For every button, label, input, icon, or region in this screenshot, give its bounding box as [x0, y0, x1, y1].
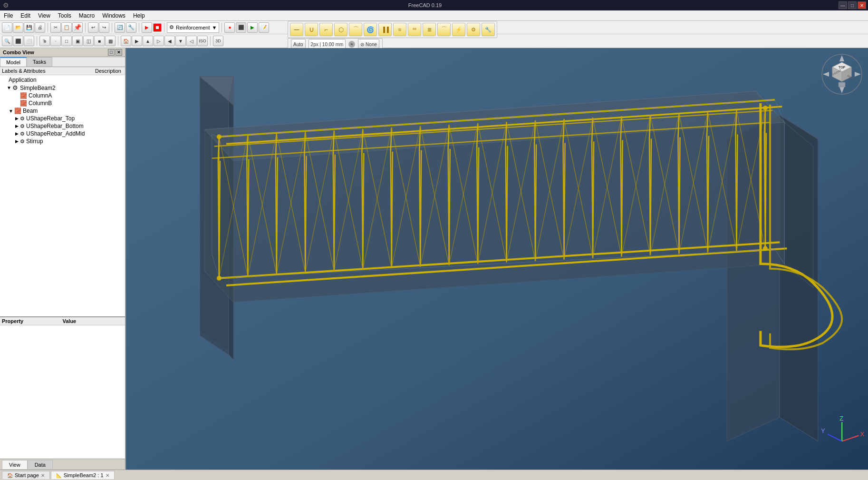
- maximize-button[interactable]: □: [848, 1, 857, 9]
- stereo-button[interactable]: 3D: [213, 36, 223, 46]
- sep9: [210, 36, 211, 46]
- combo-float-button[interactable]: □: [108, 49, 115, 56]
- print-button[interactable]: 🖨: [35, 22, 45, 33]
- straight-rebar-button[interactable]: —: [290, 23, 303, 36]
- drawstyle-flat-lines[interactable]: ▩: [105, 36, 116, 46]
- undo-button[interactable]: ↩: [88, 22, 98, 33]
- tree-ushaperebar-top[interactable]: ▶ ⚙ UShapeRebar_Top: [0, 115, 125, 122]
- combo-close-button[interactable]: ✕: [116, 49, 122, 56]
- zoom-button[interactable]: 🔍: [2, 36, 12, 46]
- property-col-header: Property: [2, 318, 63, 324]
- drawstyle-no-shading[interactable]: ◫: [83, 36, 94, 46]
- rebar-help-button[interactable]: 🔧: [482, 23, 495, 36]
- draw-style-tools: 🖱 · □ ▣ ◫ ■ ▩: [39, 36, 116, 46]
- settings-button[interactable]: 🔧: [126, 22, 136, 33]
- menu-edit[interactable]: Edit: [17, 11, 34, 20]
- stop-button[interactable]: ⏹: [153, 23, 162, 32]
- view-right[interactable]: ▷: [154, 36, 164, 46]
- macro-edit-button[interactable]: 📝: [259, 22, 269, 33]
- sep5: [164, 23, 164, 32]
- titlebar: ⚙ FreeCAD 0.19 — □ ✕: [0, 0, 868, 10]
- view-home[interactable]: 🏠: [121, 36, 131, 46]
- workbench-dropdown[interactable]: ⚙ Reinforcement ▼: [167, 22, 219, 33]
- macro-rec-button[interactable]: ●: [224, 22, 235, 33]
- tree-ushaperebar-addmid[interactable]: ▶ ⚙ UShapeRebar_AddMid: [0, 130, 125, 137]
- footing-rebar-button[interactable]: ≣: [423, 23, 436, 36]
- drawstyle-shaded[interactable]: ■: [94, 36, 105, 46]
- open-button[interactable]: 📂: [13, 22, 23, 33]
- svg-marker-70: [839, 55, 844, 61]
- save-button[interactable]: 💾: [24, 22, 34, 33]
- drawstyle-as-is[interactable]: 🖱: [39, 36, 50, 46]
- toggle-beam[interactable]: ▼: [8, 108, 14, 114]
- tab-simplebeam2[interactable]: 📐 SimpleBeam2 : 1 ✕: [51, 471, 115, 479]
- start-page-label: Start page: [15, 472, 39, 478]
- fit-sel-button[interactable]: ⬜: [24, 36, 34, 46]
- viewport[interactable]: X Z Y: [126, 48, 868, 470]
- refresh-button[interactable]: 🔄: [115, 22, 125, 33]
- drawstyle-wire[interactable]: □: [61, 36, 72, 46]
- menu-help[interactable]: Help: [129, 11, 149, 20]
- tree-columnA[interactable]: 🧱 ColumnA: [0, 92, 125, 99]
- tab-model[interactable]: Model: [0, 57, 27, 67]
- view-rear[interactable]: ◀: [164, 36, 175, 46]
- stirrup-button[interactable]: ⬡: [334, 23, 347, 36]
- dimensioning-button[interactable]: ⚙: [467, 23, 480, 36]
- rebar-drawing-button[interactable]: ⚡: [452, 23, 465, 36]
- view-left[interactable]: ◁: [186, 36, 197, 46]
- drawstyle-points[interactable]: ·: [50, 36, 61, 46]
- slab-rebar-button[interactable]: ⁸⁸: [408, 23, 421, 36]
- run-button[interactable]: ▶: [142, 22, 152, 33]
- drawstyle-hidden[interactable]: ▣: [72, 36, 83, 46]
- tab-start-page[interactable]: 🏠 Start page ✕: [2, 471, 50, 479]
- menu-tools[interactable]: Tools: [54, 11, 75, 20]
- toggle-urebar-addmid[interactable]: ▶: [13, 131, 20, 136]
- property-header: Property Value: [0, 317, 125, 325]
- tree-ushaperebar-bottom[interactable]: ▶ ⚙ UShapeRebar_Bottom: [0, 122, 125, 130]
- menu-view[interactable]: View: [34, 11, 54, 20]
- macro-stop-button[interactable]: ⬛: [236, 22, 246, 33]
- u-shape-rebar-button[interactable]: ∪: [305, 23, 318, 36]
- close-button[interactable]: ✕: [858, 1, 866, 9]
- minimize-button[interactable]: —: [839, 1, 847, 9]
- cut-button[interactable]: ✂: [50, 22, 61, 33]
- helical-rebar-button[interactable]: 🌀: [364, 23, 377, 36]
- redo-button[interactable]: ↪: [99, 22, 109, 33]
- new-button[interactable]: 📄: [2, 22, 12, 33]
- view-top[interactable]: ▲: [143, 36, 153, 46]
- menu-file[interactable]: File: [0, 11, 17, 20]
- beam-icon: 🧱: [14, 108, 21, 114]
- paste-button[interactable]: 📌: [72, 22, 83, 33]
- view-axo[interactable]: ISO: [197, 36, 208, 46]
- beam-rebar-button[interactable]: ≡: [393, 23, 406, 36]
- tree-beam[interactable]: ▼ 🧱 Beam: [0, 107, 125, 115]
- col-rebar-button[interactable]: ▐▐: [378, 23, 392, 36]
- tree-view: Application ▼ ⚙ SimpleBeam2 🧱 ColumnA 🧱: [0, 75, 125, 316]
- tab-view[interactable]: View: [2, 460, 28, 469]
- fit-all-button[interactable]: ⬛: [13, 36, 23, 46]
- labels-row: Labels & Attributes Description: [0, 67, 125, 75]
- copy-button[interactable]: 📋: [61, 22, 72, 33]
- toggle-urebar-bottom[interactable]: ▶: [13, 124, 20, 128]
- l-shape-rebar-button[interactable]: ⌐: [319, 23, 333, 36]
- tab-data[interactable]: Data: [28, 460, 53, 469]
- simplebeam-tab-close[interactable]: ✕: [106, 473, 109, 478]
- toggle-simplebeam2[interactable]: ▼: [6, 85, 12, 90]
- tree-simplebeam2[interactable]: ▼ ⚙ SimpleBeam2: [0, 84, 125, 92]
- tab-tasks[interactable]: Tasks: [27, 57, 52, 67]
- toggle-stirrup[interactable]: ▶: [13, 139, 20, 144]
- tree-columnB[interactable]: 🧱 ColumnB: [0, 99, 125, 107]
- bom-button[interactable]: ⌒: [437, 23, 451, 36]
- menu-macro[interactable]: Macro: [75, 11, 98, 20]
- tree-stirrup[interactable]: ▶ ⚙ Stirrup: [0, 137, 125, 145]
- bent-rebar-button[interactable]: ⌒: [349, 23, 362, 36]
- macro-play-button[interactable]: ▶: [247, 22, 258, 33]
- application-label: Application: [9, 77, 37, 83]
- nav-cube[interactable]: TOP FRONT RIGHT: [820, 53, 858, 91]
- urebar-top-icon: ⚙: [20, 116, 25, 122]
- view-bottom[interactable]: ▼: [175, 36, 186, 46]
- view-front[interactable]: ▶: [132, 36, 142, 46]
- toggle-urebar-top[interactable]: ▶: [13, 116, 20, 121]
- menu-windows[interactable]: Windows: [98, 11, 129, 20]
- start-page-close[interactable]: ✕: [41, 473, 45, 478]
